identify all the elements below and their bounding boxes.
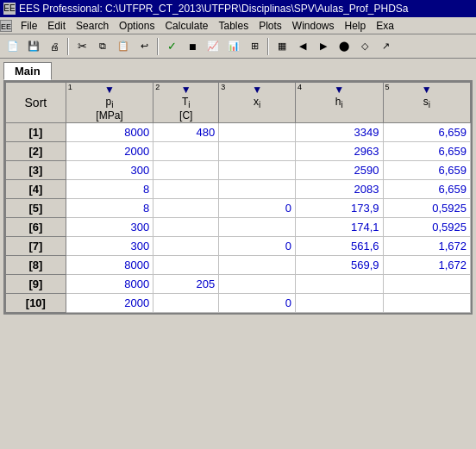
table-row[interactable]: [1]800048033496,659 bbox=[6, 123, 471, 142]
col-header-2[interactable]: 2 ▼ Ti [C] bbox=[153, 83, 219, 123]
toolbar-print-btn[interactable]: 🖨 bbox=[45, 37, 64, 56]
data-cell[interactable] bbox=[383, 294, 470, 313]
data-cell[interactable]: 205 bbox=[153, 275, 219, 294]
data-cell[interactable]: 0,5925 bbox=[383, 199, 470, 218]
data-cell[interactable]: 173,9 bbox=[296, 199, 383, 218]
data-cell[interactable] bbox=[383, 275, 470, 294]
toolbar-stop-btn[interactable]: ⏹ bbox=[183, 37, 202, 56]
data-cell[interactable]: 8 bbox=[66, 180, 153, 199]
data-cell[interactable]: 3349 bbox=[296, 123, 383, 142]
data-cell[interactable]: 1,672 bbox=[383, 256, 470, 275]
data-cell[interactable] bbox=[219, 275, 296, 294]
data-cell[interactable]: 2963 bbox=[296, 142, 383, 161]
toolbar-chart3-btn[interactable]: ⊞ bbox=[245, 37, 264, 56]
data-cell[interactable] bbox=[153, 256, 219, 275]
data-cell[interactable] bbox=[219, 123, 296, 142]
toolbar-save-btn[interactable]: 💾 bbox=[24, 37, 43, 56]
col-header-5[interactable]: 5 ▼ si bbox=[383, 83, 470, 123]
menu-file[interactable]: File bbox=[16, 19, 42, 33]
toolbar-chart2-btn[interactable]: 📊 bbox=[224, 37, 243, 56]
data-cell[interactable] bbox=[296, 294, 383, 313]
row-index-cell[interactable]: [8] bbox=[6, 256, 66, 275]
table-row[interactable]: [9]8000205 bbox=[6, 275, 471, 294]
table-row[interactable]: [10]20000 bbox=[6, 294, 471, 313]
table-row[interactable]: [3]30025906,659 bbox=[6, 161, 471, 180]
row-index-cell[interactable]: [3] bbox=[6, 161, 66, 180]
data-cell[interactable] bbox=[219, 142, 296, 161]
data-cell[interactable] bbox=[153, 161, 219, 180]
table-row[interactable]: [5]80173,90,5925 bbox=[6, 199, 471, 218]
tab-main[interactable]: Main bbox=[3, 62, 52, 80]
toolbar-chart1-btn[interactable]: 📈 bbox=[204, 37, 222, 56]
data-cell[interactable] bbox=[153, 218, 219, 237]
menu-edit[interactable]: Edit bbox=[42, 19, 71, 33]
menu-plots[interactable]: Plots bbox=[254, 19, 287, 33]
row-index-cell[interactable]: [7] bbox=[6, 237, 66, 256]
data-cell[interactable] bbox=[219, 161, 296, 180]
data-cell[interactable]: 8000 bbox=[66, 123, 153, 142]
data-cell[interactable]: 0 bbox=[219, 237, 296, 256]
menu-tables[interactable]: Tables bbox=[213, 19, 254, 33]
data-cell[interactable]: 300 bbox=[66, 237, 153, 256]
toolbar-copy-btn[interactable]: ⧉ bbox=[93, 37, 112, 56]
row-index-cell[interactable]: [6] bbox=[6, 218, 66, 237]
toolbar-undo-btn[interactable]: ↩ bbox=[135, 37, 153, 56]
data-cell[interactable]: 300 bbox=[66, 161, 153, 180]
toolbar-paste-btn[interactable]: 📋 bbox=[114, 37, 133, 56]
data-cell[interactable]: 6,659 bbox=[383, 161, 470, 180]
menu-help[interactable]: Help bbox=[340, 19, 372, 33]
data-cell[interactable]: 2000 bbox=[66, 294, 153, 313]
menu-windows[interactable]: Windows bbox=[287, 19, 340, 33]
data-cell[interactable] bbox=[153, 180, 219, 199]
data-cell[interactable]: 8 bbox=[66, 199, 153, 218]
row-index-cell[interactable]: [5] bbox=[6, 199, 66, 218]
data-cell[interactable]: 300 bbox=[66, 218, 153, 237]
data-cell[interactable]: 6,659 bbox=[383, 180, 470, 199]
toolbar-arr3-btn[interactable]: ⬤ bbox=[335, 37, 354, 56]
data-cell[interactable] bbox=[153, 237, 219, 256]
row-index-cell[interactable]: [1] bbox=[6, 123, 66, 142]
menu-exa[interactable]: Exa bbox=[371, 19, 399, 33]
data-cell[interactable]: 0 bbox=[219, 199, 296, 218]
toolbar-arr4-btn[interactable]: ◇ bbox=[355, 37, 374, 56]
row-index-cell[interactable]: [2] bbox=[6, 142, 66, 161]
data-cell[interactable]: 8000 bbox=[66, 256, 153, 275]
data-cell[interactable] bbox=[153, 199, 219, 218]
table-row[interactable]: [6]300174,10,5925 bbox=[6, 218, 471, 237]
col-header-1[interactable]: 1 ▼ pi [MPa] bbox=[66, 83, 153, 123]
menu-search[interactable]: Search bbox=[71, 19, 114, 33]
data-cell[interactable]: 480 bbox=[153, 123, 219, 142]
data-cell[interactable]: 2590 bbox=[296, 161, 383, 180]
toolbar-arr5-btn[interactable]: ↗ bbox=[376, 37, 395, 56]
data-cell[interactable]: 8000 bbox=[66, 275, 153, 294]
toolbar-cut-btn[interactable]: ✂ bbox=[72, 37, 91, 56]
toolbar-arr1-btn[interactable]: ◀ bbox=[293, 37, 312, 56]
toolbar-new-btn[interactable]: 📄 bbox=[3, 37, 22, 56]
toolbar-calc-btn[interactable]: ✓ bbox=[162, 37, 181, 56]
table-row[interactable]: [2]200029636,659 bbox=[6, 142, 471, 161]
data-cell[interactable] bbox=[219, 218, 296, 237]
data-cell[interactable]: 174,1 bbox=[296, 218, 383, 237]
sort-header[interactable]: Sort bbox=[6, 83, 66, 123]
data-cell[interactable]: 0 bbox=[219, 294, 296, 313]
col-header-4[interactable]: 4 ▼ hi bbox=[296, 83, 383, 123]
data-cell[interactable]: 6,659 bbox=[383, 142, 470, 161]
menu-calculate[interactable]: Calculate bbox=[160, 19, 213, 33]
table-row[interactable]: [7]3000561,61,672 bbox=[6, 237, 471, 256]
row-index-cell[interactable]: [10] bbox=[6, 294, 66, 313]
data-cell[interactable] bbox=[153, 142, 219, 161]
data-cell[interactable]: 1,672 bbox=[383, 237, 470, 256]
data-cell[interactable] bbox=[219, 180, 296, 199]
table-row[interactable]: [4]820836,659 bbox=[6, 180, 471, 199]
table-row[interactable]: [8]8000569,91,672 bbox=[6, 256, 471, 275]
data-cell[interactable]: 2083 bbox=[296, 180, 383, 199]
data-cell[interactable] bbox=[153, 294, 219, 313]
col-header-3[interactable]: 3 ▼ xi bbox=[219, 83, 296, 123]
data-cell[interactable] bbox=[296, 275, 383, 294]
toolbar-arr2-btn[interactable]: ▶ bbox=[314, 37, 333, 56]
row-index-cell[interactable]: [9] bbox=[6, 275, 66, 294]
toolbar-grid-btn[interactable]: ▦ bbox=[272, 37, 291, 56]
data-cell[interactable]: 569,9 bbox=[296, 256, 383, 275]
menu-options[interactable]: Options bbox=[114, 19, 160, 33]
data-cell[interactable] bbox=[219, 256, 296, 275]
